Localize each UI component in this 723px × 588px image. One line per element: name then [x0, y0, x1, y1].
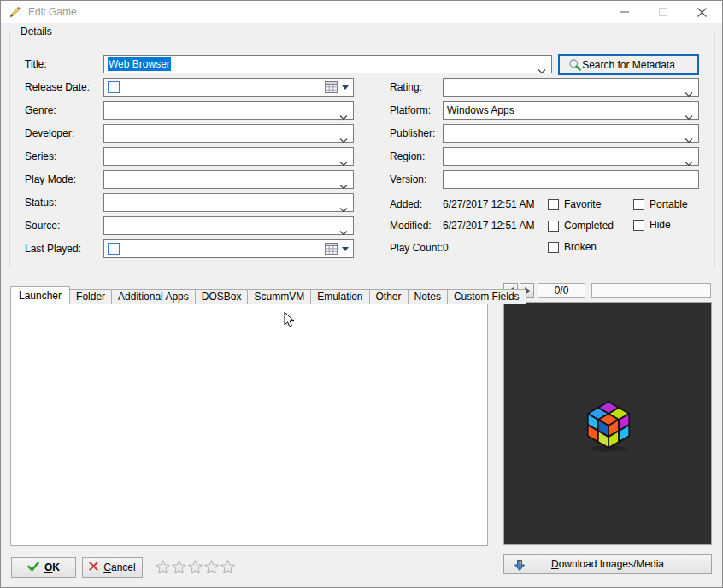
release-date-checkbox[interactable] — [108, 81, 120, 93]
modified-label: Modified: — [390, 216, 432, 235]
broken-checkbox[interactable] — [548, 242, 559, 253]
completed-checkbox[interactable] — [548, 220, 559, 232]
play-count-label: Play Count: — [390, 238, 443, 257]
play-count-value: 0 — [443, 238, 449, 257]
version-field[interactable] — [443, 170, 699, 189]
release-date-picker[interactable] — [103, 78, 354, 97]
window-title: Edit Game — [28, 1, 77, 23]
cancel-label: Cancel — [103, 562, 135, 573]
image-counter: 0/0 — [538, 283, 585, 298]
version-label: Version: — [390, 170, 426, 189]
added-value: 6/27/2017 12:51 AM — [443, 195, 534, 214]
release-date-label: Release Date: — [25, 78, 90, 97]
publisher-label: Publisher: — [390, 124, 435, 143]
tab-folder[interactable]: Folder — [69, 289, 112, 304]
x-icon — [89, 562, 98, 573]
chevron-down-icon[interactable] — [339, 155, 348, 170]
image-type-box[interactable] — [591, 283, 711, 298]
last-played-label: Last Played: — [25, 239, 81, 258]
star-icon[interactable] — [155, 558, 171, 576]
search-icon — [568, 58, 582, 74]
chevron-down-icon[interactable] — [339, 224, 348, 239]
chevron-down-icon[interactable] — [339, 132, 348, 147]
platform-label: Platform: — [390, 101, 431, 120]
ok-label: OK — [44, 562, 60, 573]
last-played-checkbox[interactable] — [108, 243, 120, 255]
star-icon[interactable] — [187, 558, 203, 576]
star-icon[interactable] — [220, 558, 236, 576]
star-icon[interactable] — [171, 558, 187, 576]
launchbox-cube-logo — [585, 398, 632, 456]
developer-combobox[interactable] — [103, 124, 354, 143]
star-rating — [155, 558, 236, 576]
region-label: Region: — [390, 147, 425, 166]
download-images-media-label: Download Images/Media — [551, 558, 664, 570]
titlebar: Edit Game — [1, 1, 722, 23]
tab-notes[interactable]: Notes — [408, 289, 448, 304]
tabstrip: Launcher Folder Additional Apps DOSBox S… — [10, 287, 526, 304]
chevron-down-icon[interactable] — [339, 201, 348, 216]
tab-additional-apps[interactable]: Additional Apps — [111, 289, 196, 304]
modified-value: 6/27/2017 12:51 AM — [443, 216, 534, 235]
pencil-icon — [8, 5, 21, 19]
platform-value: Windows Apps — [447, 102, 514, 119]
close-button[interactable] — [683, 1, 721, 23]
rating-combobox[interactable] — [443, 78, 699, 97]
tab-emulation[interactable]: Emulation — [310, 289, 369, 304]
tab-custom-fields[interactable]: Custom Fields — [447, 289, 526, 304]
title-label: Title: — [25, 55, 47, 74]
publisher-combobox[interactable] — [443, 124, 699, 143]
cancel-button[interactable]: Cancel — [82, 557, 143, 578]
last-played-picker[interactable] — [103, 239, 354, 258]
search-for-metadata-button[interactable]: Search for Metadata — [558, 54, 699, 75]
image-preview-area[interactable] — [503, 302, 712, 545]
download-icon — [513, 558, 526, 574]
maximize-button[interactable] — [644, 1, 682, 23]
chevron-down-icon[interactable] — [339, 178, 348, 193]
chevron-down-icon[interactable] — [538, 62, 546, 78]
genre-combobox[interactable] — [103, 101, 354, 120]
source-combobox[interactable] — [103, 216, 354, 235]
added-label: Added: — [390, 195, 422, 214]
favorite-checkbox[interactable] — [548, 199, 559, 210]
tab-scummvm[interactable]: ScummVM — [247, 289, 311, 304]
play-mode-label: Play Mode: — [25, 170, 76, 189]
region-combobox[interactable] — [443, 147, 699, 166]
title-value: Web Browser — [108, 57, 171, 71]
genre-label: Genre: — [25, 101, 56, 120]
developer-label: Developer: — [25, 124, 74, 143]
details-legend: Details — [17, 26, 56, 38]
search-for-metadata-label: Search for Metadata — [582, 59, 675, 71]
rating-label: Rating: — [390, 78, 422, 97]
tab-dosbox[interactable]: DOSBox — [195, 289, 249, 304]
chevron-down-icon[interactable] — [685, 85, 693, 101]
star-icon[interactable] — [203, 558, 220, 576]
tab-launcher[interactable]: Launcher — [10, 286, 70, 304]
chevron-down-icon[interactable] — [685, 155, 693, 170]
chevron-down-icon[interactable] — [685, 109, 693, 124]
series-combobox[interactable] — [103, 147, 354, 166]
ok-button[interactable]: OK — [11, 557, 76, 578]
series-label: Series: — [25, 147, 56, 166]
tab-other[interactable]: Other — [369, 289, 409, 304]
minimize-button[interactable] — [605, 1, 644, 23]
status-combobox[interactable] — [103, 193, 354, 212]
hide-label: Hide — [650, 219, 671, 232]
favorite-label: Favorite — [564, 198, 601, 211]
title-combobox[interactable]: Web Browser — [103, 55, 552, 74]
play-mode-combobox[interactable] — [103, 170, 354, 189]
download-images-media-button[interactable]: Download Images/Media — [503, 554, 712, 574]
calendar-icon — [325, 243, 338, 258]
hide-checkbox[interactable] — [633, 220, 644, 231]
chevron-down-icon[interactable] — [339, 109, 348, 124]
chevron-down-icon[interactable] — [685, 132, 693, 147]
portable-checkbox[interactable] — [633, 199, 644, 210]
portable-label: Portable — [650, 198, 688, 211]
dropdown-arrow-icon[interactable] — [342, 85, 349, 90]
broken-label: Broken — [564, 241, 597, 254]
launcher-tabpage — [10, 303, 488, 546]
mouse-cursor — [284, 311, 295, 332]
platform-combobox[interactable]: Windows Apps — [443, 101, 699, 120]
dropdown-arrow-icon[interactable] — [342, 247, 349, 251]
completed-label: Completed — [564, 220, 614, 232]
